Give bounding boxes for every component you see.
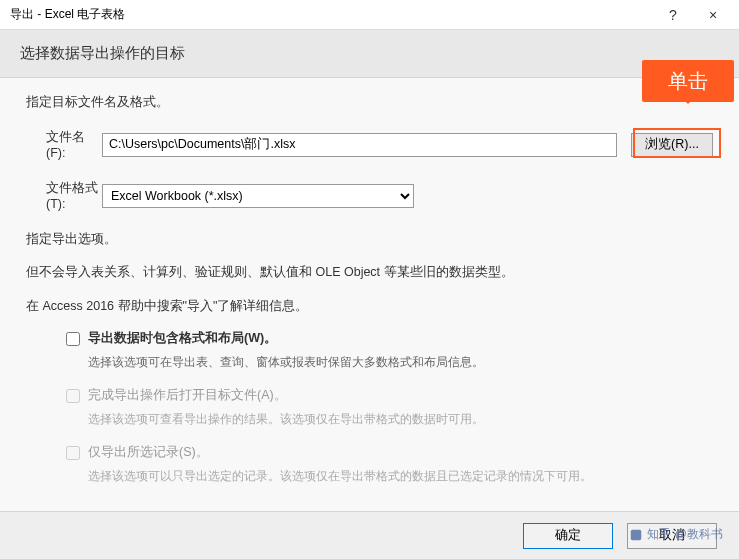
ok-button[interactable]: 确定 <box>523 523 613 549</box>
option-2-label: 完成导出操作后打开目标文件(A)。 <box>88 387 287 404</box>
filename-input[interactable] <box>102 133 617 157</box>
titlebar: 导出 - Excel 电子表格 ? × <box>0 0 739 30</box>
cancel-button[interactable]: 取消 <box>627 523 717 549</box>
option-3-label: 仅导出所选记录(S)。 <box>88 444 209 461</box>
option-2-checkbox <box>66 389 80 403</box>
filename-row: 文件名(F): 浏览(R)... <box>26 129 713 160</box>
option-1-desc: 选择该选项可在导出表、查询、窗体或报表时保留大多数格式和布局信息。 <box>88 353 713 371</box>
content-area: 指定目标文件名及格式。 文件名(F): 浏览(R)... 文件格式(T): Ex… <box>0 78 739 518</box>
browse-button[interactable]: 浏览(R)... <box>631 133 713 157</box>
filename-label: 文件名(F): <box>26 129 102 160</box>
export-options-label: 指定导出选项。 <box>26 231 713 248</box>
option-2-desc: 选择该选项可查看导出操作的结果。该选项仅在导出带格式的数据时可用。 <box>88 410 713 428</box>
fileformat-select[interactable]: Excel Workbook (*.xlsx) <box>102 184 414 208</box>
spec-target-label: 指定目标文件名及格式。 <box>26 94 713 111</box>
option-3: 仅导出所选记录(S)。 选择该选项可以只导出选定的记录。该选项仅在导出带格式的数… <box>66 444 713 485</box>
option-2: 完成导出操作后打开目标文件(A)。 选择该选项可查看导出操作的结果。该选项仅在导… <box>66 387 713 428</box>
option-1-label: 导出数据时包含格式和布局(W)。 <box>88 330 277 347</box>
option-3-checkbox <box>66 446 80 460</box>
callout-annotation: 单击 <box>642 60 734 102</box>
option-1-checkbox[interactable] <box>66 332 80 346</box>
close-button[interactable]: × <box>693 7 733 23</box>
fileformat-label: 文件格式(T): <box>26 180 102 211</box>
dialog-header: 选择数据导出操作的目标 <box>0 30 739 78</box>
dialog-footer: 确定 取消 <box>0 511 739 559</box>
fileformat-row: 文件格式(T): Excel Workbook (*.xlsx) <box>26 180 713 211</box>
note-1: 但不会导入表关系、计算列、验证规则、默认值和 OLE Object 等某些旧的数… <box>26 262 713 282</box>
help-button[interactable]: ? <box>653 7 693 23</box>
option-1: 导出数据时包含格式和布局(W)。 选择该选项可在导出表、查询、窗体或报表时保留大… <box>66 330 713 371</box>
window-title: 导出 - Excel 电子表格 <box>10 6 653 23</box>
option-3-desc: 选择该选项可以只导出选定的记录。该选项仅在导出带格式的数据且已选定记录的情况下可… <box>88 467 713 485</box>
note-2: 在 Access 2016 帮助中搜索"导入"了解详细信息。 <box>26 296 713 316</box>
